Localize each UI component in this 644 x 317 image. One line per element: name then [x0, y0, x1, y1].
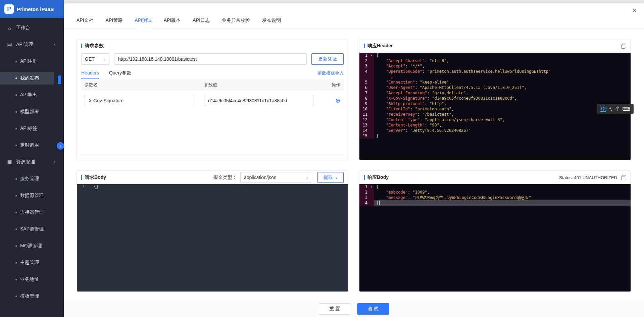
- fold-icon[interactable]: ▾: [369, 184, 374, 190]
- url-input[interactable]: http://192.168.16.140:10001/basictest: [114, 53, 307, 65]
- tab-0[interactable]: API文档: [77, 17, 94, 29]
- template-import-link[interactable]: 参数模板导入: [317, 70, 344, 79]
- bullet-icon: [15, 195, 17, 197]
- sidebar-item-10[interactable]: 数据源管理: [0, 187, 64, 204]
- sidebar-item-1[interactable]: ▤API管理∧: [0, 36, 64, 53]
- sidebar-item-3[interactable]: 我的发布: [0, 70, 64, 87]
- tab-1[interactable]: API策略: [106, 17, 123, 29]
- line-number: 6: [359, 85, 369, 90]
- bullet-icon: [15, 128, 17, 129]
- param-name-value: X-Gov-Signature: [89, 98, 123, 103]
- method-value: GET: [85, 56, 95, 62]
- sidebar-item-6[interactable]: API标签: [0, 120, 64, 137]
- code-text: "User-Agent": "Apache-HttpClient/4.5.13 …: [374, 85, 527, 90]
- line-number: 9: [359, 101, 369, 106]
- sidebar-item-label: API导出: [20, 92, 37, 98]
- tab-5[interactable]: 业务异常校验: [222, 17, 250, 29]
- param-name-input[interactable]: X-Gov-Signature: [85, 95, 194, 106]
- response-body-editor[interactable]: 1▾{2 "esbcode": "1009",3 "message": "用户名…: [359, 184, 631, 292]
- code-line: 12 "Content-Type": "application/json;cha…: [359, 117, 631, 122]
- code-text: }: [374, 133, 379, 139]
- response-header-editor[interactable]: 1▾{2 "Accept-Charset": "utf-8",3 "Accept…: [359, 53, 631, 160]
- close-icon[interactable]: ×: [632, 7, 637, 14]
- code-line: 8 "X-Gov-Signature": "d14a9c05f4cc4e8f93…: [359, 96, 631, 101]
- sidebar-item-2[interactable]: API注册: [0, 53, 64, 70]
- panel-title: 响应Header: [364, 43, 393, 49]
- app-logo: P Primeton iPaaS: [0, 0, 64, 18]
- sidebar-item-9[interactable]: 服务管理: [0, 170, 64, 187]
- chevron-up-icon: ∧: [53, 160, 56, 164]
- sidebar-item-14[interactable]: 主题管理: [0, 254, 64, 271]
- col-operation: 操作: [324, 82, 340, 88]
- sidebar-item-4[interactable]: API导出: [0, 87, 64, 103]
- sidebar-item-16[interactable]: 模板管理: [0, 288, 64, 305]
- bullet-icon: [15, 279, 17, 280]
- code-line: 5 "Connection": "keep-alive",: [359, 80, 631, 85]
- tab-2[interactable]: API测试: [135, 17, 152, 29]
- bullet-icon: [15, 111, 17, 113]
- bullet-icon: [15, 296, 17, 297]
- fold-gutter: [369, 63, 374, 69]
- subtab-0[interactable]: Headers: [81, 70, 99, 79]
- code-text: ,: [374, 74, 393, 80]
- line-number: 1: [359, 53, 369, 58]
- sidebar-item-8[interactable]: ▣资源管理∧: [0, 154, 64, 170]
- params-table-body: X-Gov-Signatured14a9c05f4cc4e8f930811c1c…: [77, 95, 348, 106]
- sidebar-item-12[interactable]: SAP源管理: [0, 221, 64, 237]
- sidebar-item-label: 数据源管理: [20, 193, 44, 199]
- fold-gutter: [369, 58, 374, 63]
- fold-gutter: [369, 74, 374, 80]
- copy-icon[interactable]: [621, 175, 626, 180]
- fold-icon[interactable]: ▾: [369, 53, 374, 58]
- sidebar-collapse-button[interactable]: ‹: [57, 142, 64, 150]
- sidebar-item-5[interactable]: 模型部署: [0, 103, 64, 120]
- sidebar-item-0[interactable]: ⌂工作台: [0, 19, 64, 36]
- add-param-icon[interactable]: ⊕: [324, 98, 340, 104]
- chevron-up-icon: ∧: [53, 43, 56, 47]
- code-line: 6 "User-Agent": "Apache-HttpClient/4.5.1…: [359, 85, 631, 90]
- extract-label: 提取: [324, 174, 333, 180]
- sidebar-item-7[interactable]: 定时调用: [0, 137, 64, 154]
- extract-button[interactable]: 提取 ∨: [317, 172, 344, 183]
- code-text: "ClientId": "primeton.auth",: [374, 106, 454, 112]
- sidebar-item-15[interactable]: 业务地址: [0, 271, 64, 288]
- text-cursor: [379, 201, 380, 205]
- http-method-select[interactable]: GET ∨: [81, 53, 109, 65]
- bullet-icon: [15, 94, 17, 96]
- sidebar: P Primeton iPaaS ⌂工作台▤API管理∧API注册我的发布API…: [0, 0, 64, 317]
- test-button[interactable]: 测 试: [357, 303, 389, 315]
- param-value-input[interactable]: d14a9c05f4cc4e8f930811c1c1a88c0d: [204, 95, 313, 106]
- code-text: "Accept": "*/*",: [374, 63, 425, 69]
- bullet-icon: [15, 212, 17, 213]
- sidebar-item-11[interactable]: 连接器管理: [0, 204, 64, 221]
- code-text: "Content-Length": "98",: [374, 122, 442, 128]
- tab-4[interactable]: API日志: [193, 17, 210, 29]
- reset-button[interactable]: 重 置: [319, 303, 351, 315]
- logo-icon: P: [4, 4, 14, 14]
- tab-3[interactable]: API版本: [164, 17, 181, 29]
- sidebar-item-label: 定时调用: [20, 142, 39, 148]
- fold-gutter: [369, 117, 374, 122]
- code-text: "OperationCode": "primeton.auth.authseer…: [374, 69, 551, 74]
- update-credential-button[interactable]: 更新凭证: [311, 53, 344, 65]
- code-line: 4 "OperationCode": "primeton.auth.authse…: [359, 69, 631, 74]
- request-body-editor[interactable]: 1{}: [77, 184, 348, 292]
- subtab-1[interactable]: Query参数: [109, 70, 131, 79]
- sidebar-item-13[interactable]: MQ源管理: [0, 237, 64, 254]
- bullet-icon: [15, 61, 17, 62]
- sidebar-item-label: 业务地址: [20, 276, 39, 282]
- sidebar-item-label: 资源管理: [16, 159, 35, 165]
- fold-gutter: [369, 96, 374, 101]
- content-type-select[interactable]: application/json ∨: [240, 172, 312, 183]
- code-text: {: [374, 53, 379, 58]
- ime-punct: °,: [609, 106, 612, 112]
- sidebar-item-label: 连接器管理: [20, 209, 44, 215]
- copy-icon[interactable]: [621, 44, 626, 49]
- params-table-header: 参数名 参数值 操作: [81, 79, 344, 91]
- col-param-value: 参数值: [204, 82, 324, 88]
- code-text: "receiverKey": "/basictest",: [374, 112, 454, 117]
- fold-gutter: [369, 80, 374, 85]
- modal-tab-bar: API文档API策略API测试API版本API日志业务异常校验发布说明: [77, 17, 281, 29]
- code-line: 4}: [359, 200, 631, 206]
- tab-6[interactable]: 发布说明: [262, 17, 281, 29]
